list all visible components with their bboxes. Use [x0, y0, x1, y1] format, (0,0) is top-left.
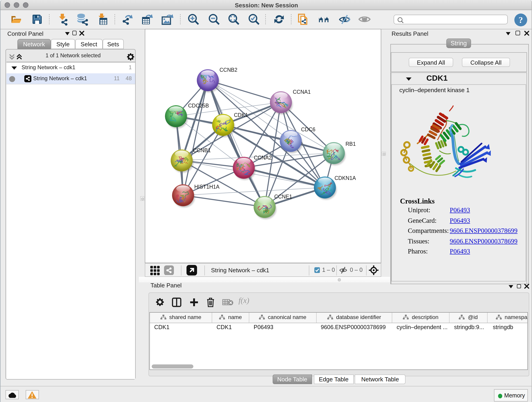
svg-text:CCNB1: CCNB1: [193, 147, 211, 153]
svg-text:CDC6: CDC6: [301, 126, 316, 132]
svg-text:HIST1H1A: HIST1H1A: [194, 184, 220, 190]
svg-text:CDC25B: CDC25B: [188, 102, 209, 108]
svg-text:CCNA1: CCNA1: [293, 89, 311, 95]
svg-text:CCNA2: CCNA2: [254, 154, 272, 160]
svg-text:?: ?: [519, 15, 523, 25]
svg-text:CDK1: CDK1: [234, 112, 248, 118]
svg-text:CCNE1: CCNE1: [274, 193, 292, 199]
svg-text:RB1: RB1: [346, 141, 356, 147]
svg-text:CCNB2: CCNB2: [220, 67, 237, 73]
svg-text:CDKN1A: CDKN1A: [335, 175, 356, 181]
